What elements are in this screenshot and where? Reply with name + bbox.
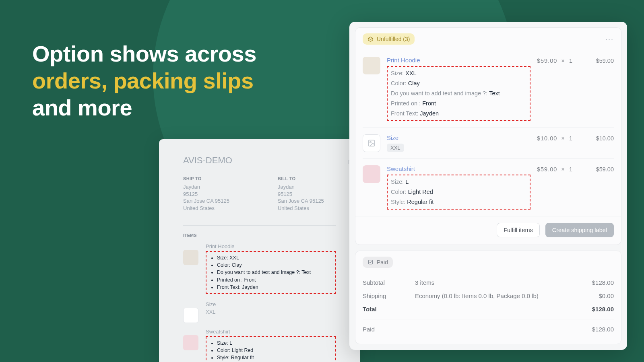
subtotal-desc: 3 items xyxy=(415,279,575,286)
divider xyxy=(183,225,336,226)
ship-to-heading: SHIP TO xyxy=(183,176,229,181)
subtotal-row: Subtotal 3 items $128.00 xyxy=(363,276,614,289)
item-name: Print Hoodie xyxy=(206,243,336,249)
item-option: Front Text: Jayden xyxy=(217,284,331,291)
box-icon xyxy=(367,36,374,42)
opt-row: Style: Regular fit xyxy=(391,197,526,207)
paid-badge: Paid xyxy=(363,257,393,268)
paid-label: Paid xyxy=(377,259,388,265)
addr-name: Jaydan xyxy=(278,183,324,191)
product-thumb xyxy=(363,134,380,152)
packing-slip-item: Size XXL xyxy=(183,301,336,323)
more-menu-button[interactable]: ··· xyxy=(605,35,614,43)
check-icon xyxy=(367,259,374,265)
unfulfilled-label: Unfulfilled (3) xyxy=(377,36,410,42)
opt-row: Color: Light Red xyxy=(391,187,526,197)
item-option: Color: Clay xyxy=(217,261,331,269)
svg-rect-0 xyxy=(369,140,375,146)
total-value: $128.00 xyxy=(575,306,614,313)
addr-name: Jaydan xyxy=(183,183,229,191)
items-heading: ITEMS xyxy=(183,233,336,238)
opt-row: Size: XXL xyxy=(391,68,526,78)
item-thumb xyxy=(183,335,198,350)
addr-zip: 95125 xyxy=(183,191,229,198)
fulfill-items-button[interactable]: Fulfill items xyxy=(497,223,540,237)
order-line-options-highlight: Size: XXL Color: Clay Do you want to add… xyxy=(387,66,530,121)
create-shipping-label-button[interactable]: Create shipping label xyxy=(545,223,614,237)
product-name-link[interactable]: Size xyxy=(387,134,530,141)
item-option: Do you want to add text and image ?: Tex… xyxy=(217,269,331,276)
marketing-headline: Option shows across orders, packing slip… xyxy=(32,40,256,121)
headline-line-2: orders, packing slips xyxy=(32,67,256,94)
variant-chip: XXL xyxy=(387,144,404,152)
addr-city: San Jose CA 95125 xyxy=(278,197,324,205)
ship-to-block: SHIP TO Jaydan 95125 San Jose CA 95125 U… xyxy=(183,176,229,212)
order-panel: Unfulfilled (3) ··· Print Hoodie Size: X… xyxy=(349,22,627,350)
shipping-value: $0.00 xyxy=(575,292,614,299)
product-thumb xyxy=(363,57,380,74)
packing-slip-item: Print Hoodie Size: XXL Color: Clay Do yo… xyxy=(183,243,336,294)
total-row: Total $128.00 xyxy=(363,302,614,316)
order-line: Sweatshirt Size: L Color: Light Red Styl… xyxy=(363,158,614,216)
item-thumb xyxy=(183,308,198,323)
shipping-label: Shipping xyxy=(363,292,415,299)
packing-slip-item: Sweatshirt Size: L Color: Light Red Styl… xyxy=(183,329,336,362)
headline-line-1: Option shows across xyxy=(32,40,256,67)
opt-row: Printed on : Front xyxy=(391,99,526,109)
unit-price-qty: $59.00 × 1 xyxy=(537,166,573,173)
unit-price-qty: $10.00 × 1 xyxy=(537,135,573,142)
bill-to-block: BILL TO Jaydan 95125 San Jose CA 95125 U… xyxy=(278,176,324,212)
subtotal-value: $128.00 xyxy=(575,279,614,286)
item-name: Size xyxy=(206,301,336,307)
item-sub: XXL xyxy=(206,309,336,315)
order-line: Print Hoodie Size: XXL Color: Clay Do yo… xyxy=(363,50,614,128)
item-option: Size: XXL xyxy=(217,254,331,261)
opt-row: Color: Clay xyxy=(391,78,526,88)
item-name: Sweatshirt xyxy=(206,329,336,335)
addr-country: United States xyxy=(278,205,324,212)
addr-city: San Jose CA 95125 xyxy=(183,197,229,205)
opt-row: Front Text: Jayden xyxy=(391,109,526,119)
subtotal-label: Subtotal xyxy=(363,279,415,286)
paid-value: $128.00 xyxy=(575,326,614,333)
item-options-highlight: Size: XXL Color: Clay Do you want to add… xyxy=(206,251,336,294)
item-thumb xyxy=(183,250,198,265)
line-total: $10.00 xyxy=(585,135,614,142)
paid-row: Paid $128.00 xyxy=(363,319,614,336)
headline-line-3: and more xyxy=(32,94,256,121)
packing-slip-panel: AVIS-DEMO Fe SHIP TO Jaydan 95125 San Jo… xyxy=(159,139,360,362)
packing-slip-store-name: AVIS-DEMO xyxy=(183,155,336,166)
item-option: Printed on : Front xyxy=(217,276,331,284)
unfulfilled-card: Unfulfilled (3) ··· Print Hoodie Size: X… xyxy=(355,27,621,245)
product-name-link[interactable]: Print Hoodie xyxy=(387,57,530,64)
item-options-highlight: Size: L Color: Light Red Style: Regular … xyxy=(206,336,336,362)
shipping-row: Shipping Economy (0.0 lb: Items 0.0 lb, … xyxy=(363,289,614,302)
order-line: Size XXL $10.00 × 1 $10.00 xyxy=(363,128,614,158)
paid-card: Paid Subtotal 3 items $128.00 Shipping E… xyxy=(355,251,621,344)
unit-price-qty: $59.00 × 1 xyxy=(537,58,573,64)
unfulfilled-badge: Unfulfilled (3) xyxy=(363,33,415,45)
opt-row: Size: L xyxy=(391,177,526,187)
svg-point-1 xyxy=(370,142,371,143)
item-option: Color: Light Red xyxy=(217,347,331,354)
order-line-options-highlight: Size: L Color: Light Red Style: Regular … xyxy=(387,175,530,210)
product-name-link[interactable]: Sweatshirt xyxy=(387,165,530,172)
total-label: Total xyxy=(363,306,415,313)
line-total: $59.00 xyxy=(585,166,614,173)
shipping-desc: Economy (0.0 lb: Items 0.0 lb, Package 0… xyxy=(415,292,575,299)
product-thumb xyxy=(363,165,380,183)
svg-rect-2 xyxy=(369,260,373,264)
line-total: $59.00 xyxy=(585,58,614,64)
addr-zip: 95125 xyxy=(278,191,324,198)
opt-row: Do you want to add text and image ?: Tex… xyxy=(391,88,526,99)
paid-label: Paid xyxy=(363,326,415,333)
bill-to-heading: BILL TO xyxy=(278,176,324,181)
item-option: Style: Regular fit xyxy=(217,354,331,361)
addr-country: United States xyxy=(183,205,229,212)
item-option: Size: L xyxy=(217,339,331,347)
